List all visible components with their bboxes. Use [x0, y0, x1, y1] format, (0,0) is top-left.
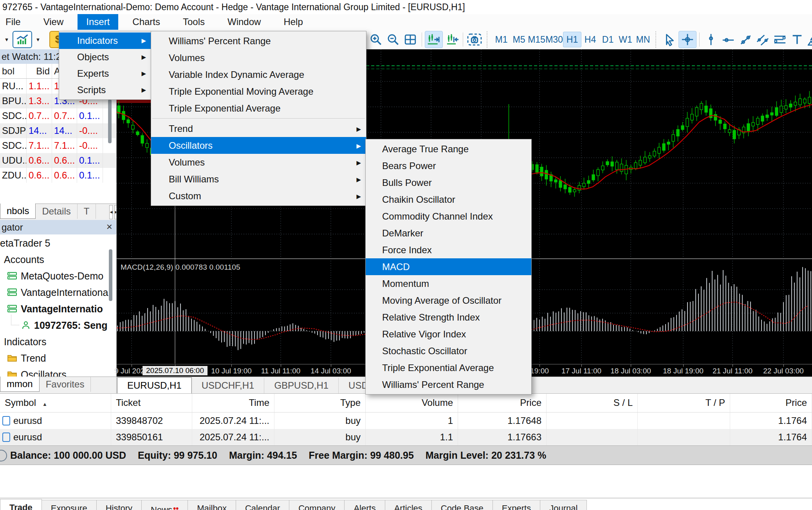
column-header-s-l[interactable]: S / L: [547, 394, 638, 412]
terminal-tab-company[interactable]: Company: [289, 500, 345, 510]
column-header-ticket[interactable]: Ticket: [111, 394, 192, 412]
market-watch-row[interactable]: ZDU...0.6...0.6...0.1...: [0, 168, 116, 183]
terminal-tab-mailbox[interactable]: Mailbox: [188, 500, 236, 510]
tile-windows-icon[interactable]: [402, 31, 419, 48]
menu-item-force-index[interactable]: Force Index: [366, 241, 531, 258]
navigator-item-accounts[interactable]: Accounts: [0, 251, 116, 268]
menu-insert[interactable]: Insert: [78, 14, 118, 30]
horizontal-line-icon[interactable]: [720, 31, 737, 48]
menu-item-triple-exponential-average[interactable]: Triple Exponential Average: [366, 359, 531, 376]
menu-item-triple-exponential-moving-average[interactable]: Triple Exponential Moving Average: [151, 83, 366, 100]
column-header-price[interactable]: Price: [458, 394, 547, 412]
navigator-item-indicators[interactable]: Indicators: [0, 333, 116, 350]
menu-help[interactable]: Help: [275, 14, 311, 30]
market-watch-row[interactable]: SDJPY14...14...-0....: [0, 123, 116, 138]
menu-item-indicators[interactable]: Indicators▶: [59, 32, 151, 49]
menu-item-experts[interactable]: Experts▶: [59, 65, 151, 82]
timeframe-h4[interactable]: H4: [581, 32, 599, 47]
menu-window[interactable]: Window: [219, 14, 269, 30]
market-watch-row[interactable]: SDC...7.1...7.1...-0....: [0, 138, 116, 153]
column-header-type[interactable]: Type: [274, 394, 366, 412]
timeframe-h1[interactable]: H1: [563, 32, 581, 47]
menu-view[interactable]: View: [35, 14, 72, 30]
navigator-item-metaquotes-demo[interactable]: MetaQuotes-Demo: [0, 268, 116, 284]
market-watch-row[interactable]: SDC...0.7...0.7...0.1...: [0, 108, 116, 123]
navigator-item-10972765-seng[interactable]: 10972765: Seng: [0, 317, 116, 333]
menu-item-relative-vigor-index[interactable]: Relative Vigor Index: [366, 326, 531, 342]
navigator-scrollbar[interactable]: [109, 249, 112, 301]
menu-item-custom[interactable]: Custom▶: [151, 187, 366, 204]
menu-item-stochastic-oscillator[interactable]: Stochastic Oscillator: [366, 342, 531, 359]
channel-icon[interactable]: [754, 31, 771, 48]
menu-item-variable-index-dynamic-average[interactable]: Variable Index Dynamic Average: [151, 66, 366, 83]
shift-left-icon[interactable]: [443, 31, 460, 48]
terminal-tab-exposure[interactable]: Exposure: [42, 500, 97, 510]
timeframe-m30[interactable]: M30: [545, 32, 563, 47]
timeframe-m15[interactable]: M15: [528, 32, 545, 47]
menu-item-bulls-power[interactable]: Bulls Power: [366, 174, 531, 191]
column-header-bid[interactable]: Bid: [27, 64, 52, 78]
terminal-tab-journal[interactable]: Journal: [540, 500, 587, 510]
menu-file[interactable]: File: [0, 14, 29, 30]
menu-item-bill-williams[interactable]: Bill Williams▶: [151, 171, 366, 187]
menu-item-demarker[interactable]: DeMarker: [366, 225, 531, 241]
market-watch-row[interactable]: UDU...0.6...0.6...0.1...: [0, 153, 116, 168]
menu-item-oscillators[interactable]: Oscillators▶: [151, 137, 366, 154]
scroll-left-icon[interactable]: ◂: [109, 205, 113, 219]
trade-row[interactable]: eurusd3398487022025.07.24 11:...buy11.17…: [0, 413, 812, 429]
dropdown-caret-icon[interactable]: ▾: [2, 36, 11, 43]
terminal-tab-alerts[interactable]: Alerts: [345, 500, 385, 510]
crosshair-icon[interactable]: [678, 31, 697, 48]
menu-charts[interactable]: Charts: [124, 14, 169, 30]
terminal-tab-calendar[interactable]: Calendar: [236, 500, 289, 510]
dropdown-caret-icon[interactable]: ▾: [34, 36, 42, 43]
menu-item-objects[interactable]: Objects▶: [59, 49, 151, 65]
column-header-time[interactable]: Time: [192, 394, 274, 412]
terminal-tab-code-base[interactable]: Code Base: [432, 500, 493, 510]
menu-item-bears-power[interactable]: Bears Power: [366, 157, 531, 174]
menu-item-volumes[interactable]: Volumes▶: [151, 154, 366, 171]
menu-item-williams-percent-range[interactable]: Williams' Percent Range: [151, 32, 366, 49]
zoom-out-icon[interactable]: [384, 31, 402, 48]
terminal-tab-history[interactable]: History: [97, 500, 142, 510]
tab-details[interactable]: Details: [36, 204, 77, 219]
menu-item-commodity-channel-index[interactable]: Commodity Channel Index: [366, 208, 531, 225]
new-chart-button[interactable]: [13, 31, 32, 48]
menu-item-trend[interactable]: Trend▶: [151, 120, 366, 137]
navigator-item-etatrader-5[interactable]: etaTrader 5: [0, 235, 116, 251]
timeframe-m1[interactable]: M1: [493, 32, 510, 47]
terminal-tab-experts[interactable]: Experts: [493, 500, 541, 510]
timeframe-mn[interactable]: MN: [634, 32, 652, 47]
menu-item-scripts[interactable]: Scripts▶: [59, 82, 151, 98]
menu-item-triple-exponential-average[interactable]: Triple Exponential Average: [151, 100, 366, 117]
menu-item-momentum[interactable]: Momentum: [366, 275, 531, 292]
navigator-item-vantageinternationa[interactable]: VantageInternationa: [0, 284, 116, 301]
terminal-tab-news[interactable]: News••: [142, 500, 188, 510]
menu-item-moving-average-of-oscillator[interactable]: Moving Average of Oscillator: [366, 292, 531, 309]
timeframe-w1[interactable]: W1: [617, 32, 634, 47]
timeframe-d1[interactable]: D1: [599, 32, 617, 47]
screenshot-icon[interactable]: [466, 31, 483, 48]
chart-tab-gbpusd-h1[interactable]: GBPUSD,H1: [264, 378, 339, 393]
trade-row[interactable]: eurusd3398501612025.07.24 11:...buy1.11.…: [0, 429, 812, 445]
column-header-volume[interactable]: Volume: [366, 394, 458, 412]
menu-item-macd[interactable]: MACD: [366, 258, 531, 275]
column-header-bol[interactable]: bol: [0, 64, 27, 78]
menu-item-relative-strength-index[interactable]: Relative Strength Index: [366, 309, 531, 326]
fibo-lines-icon[interactable]: [771, 31, 789, 48]
menu-tools[interactable]: Tools: [174, 14, 213, 30]
zoom-in-icon[interactable]: [367, 31, 384, 48]
menu-item-williams-percent-range[interactable]: Williams' Percent Range: [366, 376, 531, 393]
menu-item-volumes[interactable]: Volumes: [151, 49, 366, 66]
text-tool-icon[interactable]: [789, 31, 806, 48]
shift-end-icon[interactable]: [425, 31, 443, 48]
navigator-item-trend[interactable]: Trend: [0, 350, 116, 366]
trendline-icon[interactable]: [737, 31, 754, 48]
timeframe-m5[interactable]: M5: [510, 32, 528, 47]
chart-tab-usdchf-h1[interactable]: USDCHF,H1: [192, 378, 265, 393]
close-icon[interactable]: ×: [106, 220, 112, 233]
menu-item-chaikin-oscillator[interactable]: Chaikin Oscillator: [366, 191, 531, 208]
column-header-price-2[interactable]: Price: [730, 394, 812, 412]
tab-t[interactable]: T: [78, 204, 96, 219]
shapes-icon[interactable]: [806, 31, 812, 48]
